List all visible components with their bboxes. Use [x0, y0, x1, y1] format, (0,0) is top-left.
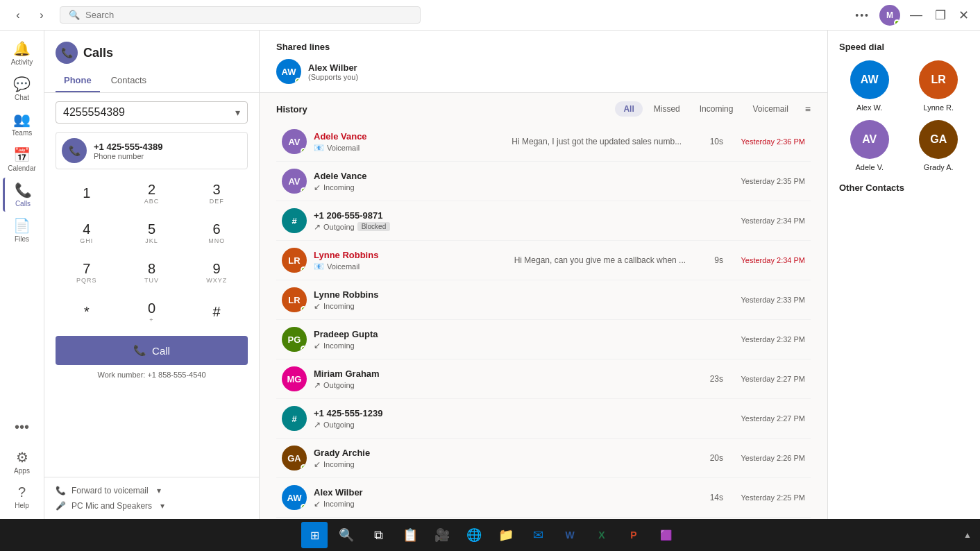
filter-missed[interactable]: Missed: [645, 101, 688, 117]
history-row[interactable]: GA Grady Archie ↙ Incoming 20s Yesterday…: [276, 439, 811, 478]
dial-key-8[interactable]: 8TUV: [121, 254, 183, 291]
call-button[interactable]: 📞 Call: [56, 336, 248, 365]
history-avatar: MG: [282, 366, 307, 391]
call-type-label: Outgoing: [323, 421, 355, 429]
speed-dial-adele-v.[interactable]: AV Adele V.: [839, 120, 900, 171]
taskbar-powerpoint[interactable]: P: [620, 522, 647, 548]
phone-input[interactable]: [63, 106, 235, 119]
voicemail-icon: 📞: [56, 486, 66, 495]
history-row[interactable]: MG Miriam Graham ↗ Outgoing 23s Yesterda…: [276, 359, 811, 399]
history-duration: 14s: [710, 493, 723, 502]
history-row[interactable]: PG Pradeep Gupta ↙ Incoming Yesterday 2:…: [276, 320, 811, 359]
history-row[interactable]: LR Lynne Robbins 📧 Voicemail Hi Megan, c…: [276, 241, 811, 280]
dial-key-9[interactable]: 9WXYZ: [185, 254, 248, 291]
call-direction-icon: ↙: [314, 499, 321, 509]
dial-key-7[interactable]: 7PQRS: [56, 254, 118, 291]
history-row[interactable]: # +1 425-555-1239 ↗ Outgoing Yesterday 2…: [276, 399, 811, 439]
dial-key-5[interactable]: 5JKL: [121, 214, 183, 251]
user-avatar[interactable]: M: [879, 5, 900, 26]
history-row[interactable]: AW Alex Wilber ↙ Incoming 14s Yesterday …: [276, 478, 811, 518]
call-direction-icon: ↙: [314, 459, 321, 469]
dial-key-4[interactable]: 4GHI: [56, 214, 118, 251]
dial-num: *: [84, 304, 90, 320]
maximize-button[interactable]: ❐: [932, 5, 949, 26]
phone-suggestion[interactable]: 📞 +1 425-555-4389 Phone number: [56, 132, 248, 169]
taskbar-teams-meet[interactable]: 🎥: [429, 522, 455, 548]
taskbar-teams[interactable]: 🟪: [652, 522, 679, 548]
tab-phone[interactable]: Phone: [56, 69, 100, 92]
mic-speaker-setting[interactable]: 🎤 PC Mic and Speakers ▾: [56, 501, 248, 511]
history-row[interactable]: AV Adele Vance ↙ Incoming Yesterday 2:35…: [276, 162, 811, 201]
sidebar-item-apps[interactable]: ⚙ Apps: [3, 445, 42, 479]
minimize-button[interactable]: —: [907, 5, 925, 25]
sidebar-item-help[interactable]: ? Help: [3, 480, 42, 514]
taskbar-task-view[interactable]: ⧉: [365, 522, 391, 548]
search-input[interactable]: [85, 10, 412, 20]
more-options-button[interactable]: •••: [852, 7, 872, 24]
sidebar-item-more[interactable]: •••: [3, 415, 42, 439]
dial-key-2[interactable]: 2ABC: [121, 175, 183, 212]
dial-num: 1: [83, 185, 90, 201]
speed-dial-lynne-r.[interactable]: LR Lynne R.: [909, 60, 970, 112]
history-avatar-initials: AV: [288, 176, 300, 187]
history-avatar-initials: LR: [288, 255, 300, 266]
taskbar-outlook[interactable]: ✉: [525, 522, 551, 548]
forward-voicemail-setting[interactable]: 📞 Forward to voicemail ▾: [56, 486, 248, 495]
suggestion-icon: 📞: [62, 138, 87, 163]
speed-dial-alex-w.[interactable]: AW Alex W.: [839, 60, 900, 112]
history-time: Yesterday 2:32 PM: [736, 335, 805, 344]
nav-forward-button[interactable]: ›: [32, 6, 51, 25]
history-row[interactable]: LR Lynne Robbins ↙ Incoming Yesterday 2:…: [276, 280, 811, 320]
nav-buttons: ‹ ›: [8, 6, 51, 25]
speed-dial-grady-a.[interactable]: GA Grady A.: [909, 120, 970, 171]
history-online-dot: [301, 346, 307, 352]
bottom-settings: 📞 Forward to voicemail ▾ 🎤 PC Mic and Sp…: [44, 477, 259, 519]
phone-input-chevron[interactable]: ▾: [235, 107, 240, 118]
history-type: ↙ Incoming: [314, 499, 505, 509]
dial-key-1[interactable]: 1: [56, 175, 118, 212]
history-info: +1 425-555-1239 ↗ Outgoing: [314, 408, 518, 430]
taskbar-excel[interactable]: X: [589, 522, 615, 548]
speed-dial-initials: AV: [862, 133, 877, 146]
taskbar-edge[interactable]: 🌐: [461, 522, 487, 548]
dial-key-#[interactable]: #: [185, 294, 248, 330]
taskbar-search[interactable]: 🔍: [333, 522, 360, 548]
dial-key-3[interactable]: 3DEF: [185, 175, 248, 212]
sidebar-item-calls[interactable]: 📞 Calls: [3, 178, 42, 212]
sidebar-item-files[interactable]: 📄 Files: [3, 213, 42, 247]
history-name: Lynne Robbins: [314, 250, 507, 260]
mic-icon: 🎤: [56, 501, 66, 511]
history-info: Lynne Robbins ↙ Incoming: [314, 289, 518, 311]
filter-incoming[interactable]: Incoming: [691, 101, 742, 117]
close-button[interactable]: ✕: [956, 5, 972, 26]
tab-contacts[interactable]: Contacts: [103, 69, 155, 92]
dial-key-0[interactable]: 0+: [121, 294, 183, 330]
filter-voicemail[interactable]: Voicemail: [744, 101, 796, 117]
filter-more-icon[interactable]: ≡: [805, 103, 811, 115]
history-name: Grady Archie: [314, 448, 505, 458]
calls-icon: 📞: [15, 182, 32, 198]
history-header: History All Missed Incoming Voicemail ≡: [276, 93, 827, 122]
taskbar-widgets[interactable]: 📋: [397, 522, 423, 548]
shared-line-name: Alex Wilber: [308, 62, 358, 73]
speed-dial-grid: AW Alex W. LR Lynne R. AV Adele V. GA Gr…: [839, 60, 969, 171]
filter-all[interactable]: All: [615, 101, 642, 117]
taskbar-show-desktop[interactable]: ▲: [963, 530, 972, 540]
dial-key-*[interactable]: *: [56, 294, 118, 330]
sidebar-item-chat[interactable]: 💬 Chat: [3, 71, 42, 105]
taskbar-start-button[interactable]: ⊞: [301, 522, 328, 548]
nav-back-button[interactable]: ‹: [8, 6, 28, 25]
search-bar[interactable]: 🔍: [60, 6, 421, 24]
more-icon: •••: [15, 419, 29, 435]
taskbar: ⊞ 🔍 ⧉ 📋 🎥 🌐 📁 ✉ W X P 🟪 ▲: [0, 519, 980, 551]
history-row[interactable]: AV Adele Vance 📧 Voicemail Hi Megan, I j…: [276, 122, 811, 162]
suggestion-details: +1 425-555-4389 Phone number: [94, 142, 162, 160]
history-row[interactable]: # +1 206-555-9871 ↗ Outgoing Blocked Yes…: [276, 201, 811, 241]
taskbar-word[interactable]: W: [557, 522, 583, 548]
sidebar-item-activity[interactable]: 🔔 Activity: [3, 36, 42, 70]
sidebar-item-teams[interactable]: 👥 Teams: [3, 107, 42, 141]
sidebar-item-calendar[interactable]: 📅 Calendar: [3, 142, 42, 176]
taskbar-explorer[interactable]: 📁: [493, 522, 519, 548]
dial-key-6[interactable]: 6MNO: [185, 214, 248, 251]
speed-dial-name: Grady A.: [924, 163, 954, 171]
